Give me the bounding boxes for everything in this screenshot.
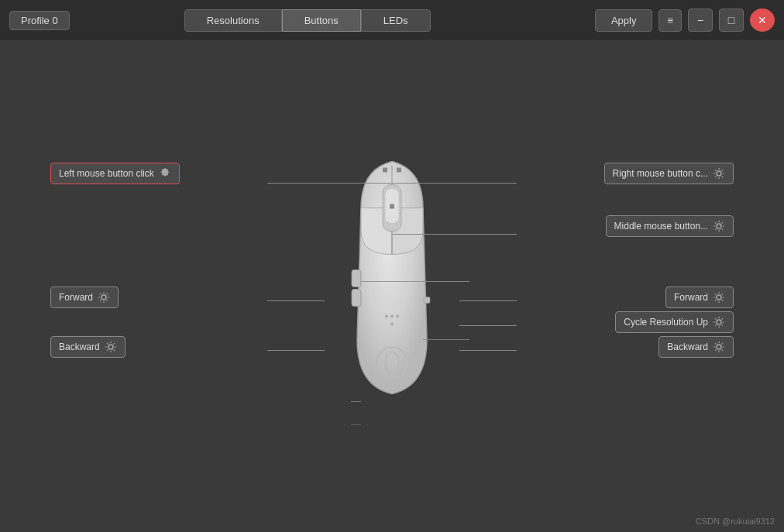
left-click-label: Left mouse button click [59,168,154,179]
svg-point-4 [717,295,721,300]
left-forward-button[interactable]: Forward [50,287,119,308]
apply-button[interactable]: Apply [595,9,653,32]
cycle-resolution-label-container: Cycle Resolution Up [615,311,734,333]
svg-point-1 [108,345,113,349]
tab-leds[interactable]: LEDs [361,9,431,32]
left-click-connector [267,183,395,184]
cycle-connector [459,325,517,326]
minimize-button[interactable]: − [688,9,713,32]
watermark: CSDN @rukuiai9312 [696,517,775,526]
middle-button-label-container: Middle mouse button... [606,215,734,237]
profile-badge[interactable]: Profile 0 [9,11,70,30]
svg-point-3 [717,224,721,228]
svg-point-5 [717,320,721,324]
close-button[interactable]: ✕ [750,9,775,32]
middle-connector [393,234,517,235]
close-icon: ✕ [758,14,767,26]
main-window: Profile 0 Resolutions Buttons LEDs Apply… [0,0,784,532]
tab-buttons[interactable]: Buttons [282,9,361,32]
svg-point-2 [717,171,721,176]
tabs-group: Resolutions Buttons LEDs [184,9,431,32]
left-forward-connector [267,300,325,301]
maximize-button[interactable]: □ [719,9,744,32]
titlebar: Profile 0 Resolutions Buttons LEDs Apply… [0,0,784,40]
middle-button-gear-icon[interactable] [713,220,725,232]
left-click-button[interactable]: Left mouse button click [50,163,180,184]
left-backward-button[interactable]: Backward [50,336,126,358]
left-forward-label: Forward [59,292,93,303]
menu-button[interactable]: ≡ [658,9,682,32]
left-backward-connector [267,350,325,351]
middle-button-label: Middle mouse button... [614,221,708,232]
right-forward-gear-icon[interactable] [713,291,725,304]
middle-button[interactable]: Middle mouse button... [606,215,734,237]
svg-rect-15 [424,297,430,303]
cycle-resolution-label: Cycle Resolution Up [624,317,708,328]
right-click-label-container: Right mouse button c... [604,163,734,184]
minimize-icon: − [697,14,703,26]
svg-point-18 [396,314,399,317]
tab-resolutions[interactable]: Resolutions [184,9,282,32]
left-forward-gear-icon[interactable] [98,291,110,304]
right-click-gear-icon[interactable] [713,167,725,180]
svg-rect-12 [397,167,401,172]
right-click-connector [393,183,517,184]
cycle-resolution-gear-icon[interactable] [713,316,725,328]
svg-rect-13 [352,269,361,287]
svg-point-17 [390,314,394,317]
left-click-label-container: Left mouse button click [50,163,180,184]
svg-rect-10 [390,204,394,208]
svg-rect-11 [383,167,387,172]
mouse-illustration [315,146,469,427]
menu-icon: ≡ [667,15,673,26]
left-forward-label-container: Forward [50,287,119,308]
cycle-resolution-button[interactable]: Cycle Resolution Up [615,311,734,333]
right-click-button[interactable]: Right mouse button c... [604,163,734,184]
right-forward-button[interactable]: Forward [665,287,734,308]
right-forward-label-container: Forward [665,287,734,308]
svg-point-0 [101,295,106,300]
right-backward-connector [459,350,517,351]
right-backward-gear-icon[interactable] [713,341,725,353]
right-backward-button[interactable]: Backward [658,336,734,358]
svg-point-6 [717,345,721,349]
svg-point-16 [385,314,388,317]
maximize-icon: □ [728,14,734,26]
svg-point-19 [390,322,394,325]
right-forward-label: Forward [674,292,708,303]
right-click-label: Right mouse button c... [613,168,708,179]
left-backward-label-container: Backward [50,336,126,358]
right-backward-label: Backward [667,342,708,352]
main-content: Left mouse button click Forward Backward [0,40,784,532]
left-click-gear-icon[interactable] [159,167,171,180]
left-backward-gear-icon[interactable] [105,341,117,353]
right-forward-connector [459,300,517,301]
left-backward-label: Backward [59,342,100,352]
right-backward-label-container: Backward [658,336,734,358]
mouse-svg [315,146,469,424]
svg-rect-14 [352,289,361,306]
